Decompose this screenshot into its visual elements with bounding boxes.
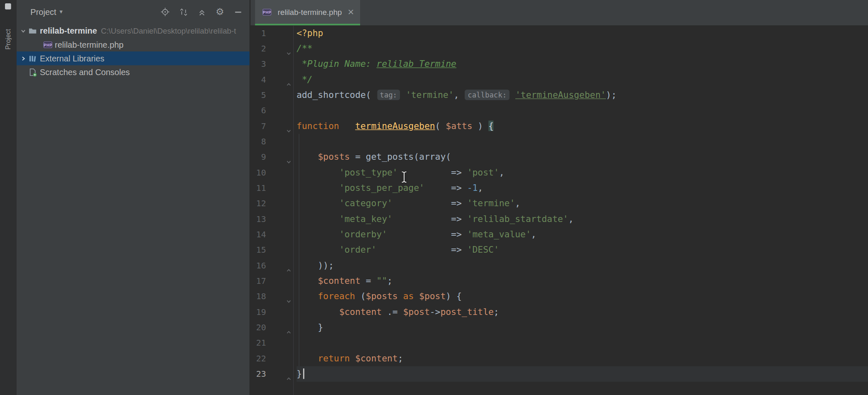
code-line-16: )); [297,258,868,273]
folder-icon [28,26,38,35]
scaled-canvas: Project Project ▾ ⚙ relilab-termineC:\Us… [0,0,868,395]
line-number[interactable]: 1 [251,25,293,41]
line-number[interactable]: 19 [251,304,293,319]
collapse-all-icon[interactable] [197,7,207,17]
line-number[interactable]: 2 [251,41,293,56]
project-stripe-button[interactable]: Project [5,29,12,50]
editor-tab-bar: PHP relilab-termine.php × [251,0,868,25]
line-number[interactable]: 13 [251,211,293,227]
php-file-icon: PHP [262,7,272,16]
code-line-12: 'category' => 'termine', [297,196,868,211]
code-line-9: $posts = get_posts(array( [297,149,868,165]
code-line-5: add_shortcode( tag: 'termine', callback:… [297,88,868,103]
tree-item-root-folder[interactable]: relilab-termineC:\Users\Daniel\Desktop\r… [17,24,250,37]
close-icon[interactable]: × [347,8,354,16]
settings-icon[interactable]: ⚙ [215,7,225,17]
line-number[interactable]: 17 [251,273,293,289]
line-number[interactable]: 21 [251,335,293,351]
code-line-13: 'meta_key' => 'relilab_startdate', [297,211,868,227]
code-line-11: 'posts_per_page' => -1, [297,180,868,196]
code-line-19: $content .= $post->post_title; [297,304,868,319]
code-line-6 [297,103,868,118]
php-file-icon: PHP [43,40,53,49]
line-number[interactable]: 6 [251,103,293,118]
tree-item-label: relilab-termine.php [55,40,124,49]
hide-panel-icon[interactable] [234,7,243,17]
scratch-icon [28,68,38,76]
project-panel: Project ▾ ⚙ relilab-termineC:\Users\Dani… [17,0,250,395]
code-line-18: foreach ($posts as $post) { [297,289,868,304]
tree-item-label: External Libraries [40,54,105,63]
fold-up-icon[interactable] [286,371,291,387]
line-number[interactable]: 18 [251,289,293,304]
tree-item-scratches-and-consoles[interactable]: Scratches and Consoles [17,65,250,79]
ide-window: Project Project ▾ ⚙ relilab-termineC:\Us… [0,0,868,395]
chevron-right-icon[interactable] [19,55,27,62]
tree-item-label: relilab-termine [40,26,97,36]
line-number[interactable]: 8 [251,134,293,149]
library-icon [28,54,38,63]
code-line-17: $content = ""; [297,273,868,289]
code-editor[interactable]: 1234567891011121314151617181920212223 <?… [251,25,868,395]
code-line-21 [297,335,868,351]
expand-collapse-icon[interactable] [179,7,188,17]
editor-caret [303,368,304,379]
line-number[interactable]: 4 [251,72,293,87]
tab-relilab-termine-php[interactable]: PHP relilab-termine.php × [255,0,360,25]
code-line-14: 'orderby' => 'meta_value', [297,227,868,242]
locate-opened-file-icon[interactable] [161,7,170,17]
editor-gutter[interactable]: 1234567891011121314151617181920212223 [251,25,294,395]
code-line-4: */ [297,72,868,87]
code-line-7: function termineAusgeben( $atts ) { [297,118,868,134]
line-number[interactable]: 23 [251,366,293,382]
parameter-hint: tag: [377,90,400,100]
code-line-1: <?php [297,25,868,41]
tree-item-label: Scratches and Consoles [40,68,130,77]
project-path: C:\Users\Daniel\Desktop\relilab\relilab-… [101,26,236,35]
code-content[interactable]: <?php/** *Plugin Name: relilab Termine *… [297,25,868,382]
line-number[interactable]: 12 [251,196,293,211]
line-number[interactable]: 5 [251,88,293,103]
line-number[interactable]: 9 [251,149,293,165]
code-line-3: *Plugin Name: relilab Termine [297,56,868,72]
tree-item-external-libraries[interactable]: External Libraries [17,51,250,65]
project-tree: relilab-termineC:\Users\Daniel\Desktop\r… [17,24,250,79]
code-line-22: return $content; [297,351,868,366]
code-line-23: } [297,366,868,382]
svg-text:PHP: PHP [44,43,52,47]
parameter-hint: callback: [465,90,510,100]
tree-item-file-relilab-termine-php[interactable]: PHPrelilab-termine.php [17,38,250,51]
line-number[interactable]: 22 [251,351,293,366]
project-panel-title[interactable]: Project [30,7,56,17]
chevron-down-icon[interactable] [19,27,27,34]
line-number[interactable]: 20 [251,320,293,335]
project-panel-header: Project ▾ ⚙ [17,0,249,24]
line-number[interactable]: 16 [251,258,293,273]
code-line-8 [297,134,868,149]
code-line-20: } [297,320,868,335]
line-number[interactable]: 14 [251,227,293,242]
line-number[interactable]: 3 [251,56,293,72]
line-number[interactable]: 7 [251,118,293,134]
code-line-2: /** [297,41,868,56]
line-number[interactable]: 11 [251,180,293,196]
left-toolwindow-stripe: Project [0,0,17,395]
app-icon [5,3,11,10]
editor-area: PHP relilab-termine.php × 12345678910111… [251,0,868,395]
line-number[interactable]: 10 [251,165,293,180]
chevron-down-icon[interactable]: ▾ [60,8,63,15]
code-line-15: 'order' => 'DESC' [297,242,868,258]
line-number[interactable]: 15 [251,242,293,258]
code-line-10: 'post_type' => 'post', [297,165,868,180]
tab-label: relilab-termine.php [278,7,342,16]
svg-text:PHP: PHP [263,10,271,14]
